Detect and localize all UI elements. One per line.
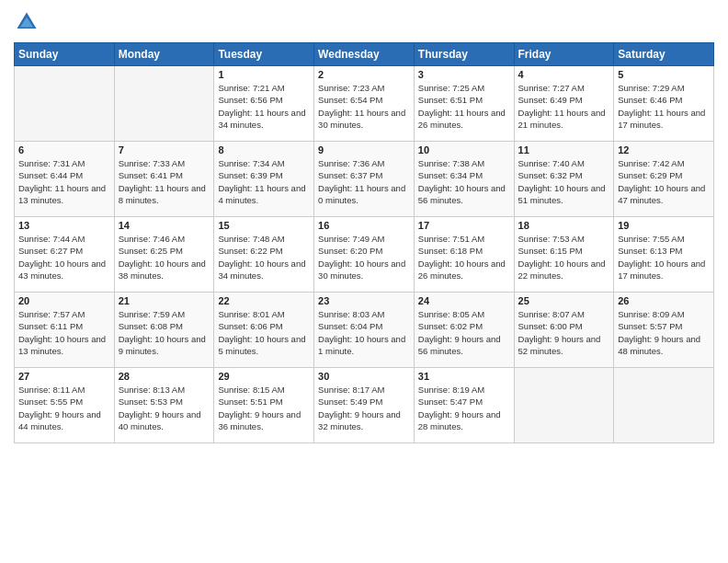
calendar-cell: 19Sunrise: 7:55 AM Sunset: 6:13 PM Dayli… <box>614 217 714 293</box>
calendar-cell: 23Sunrise: 8:03 AM Sunset: 6:04 PM Dayli… <box>314 293 415 368</box>
day-detail: Sunrise: 8:15 AM Sunset: 5:51 PM Dayligh… <box>218 384 310 432</box>
calendar-cell: 9Sunrise: 7:36 AM Sunset: 6:37 PM Daylig… <box>314 142 415 217</box>
day-number: 13 <box>18 220 110 231</box>
day-number: 5 <box>618 69 710 80</box>
day-detail: Sunrise: 8:01 AM Sunset: 6:06 PM Dayligh… <box>218 308 310 357</box>
calendar-cell: 2Sunrise: 7:23 AM Sunset: 6:54 PM Daylig… <box>314 66 415 142</box>
day-detail: Sunrise: 7:34 AM Sunset: 6:39 PM Dayligh… <box>218 157 310 206</box>
calendar-cell: 21Sunrise: 7:59 AM Sunset: 6:08 PM Dayli… <box>114 293 214 368</box>
calendar-cell: 12Sunrise: 7:42 AM Sunset: 6:29 PM Dayli… <box>614 142 714 217</box>
weekday-header-wednesday: Wednesday <box>314 43 415 66</box>
logo <box>14 9 43 35</box>
day-number: 2 <box>318 69 410 80</box>
day-number: 30 <box>318 371 410 382</box>
weekday-header-monday: Monday <box>114 43 214 66</box>
day-detail: Sunrise: 7:49 AM Sunset: 6:20 PM Dayligh… <box>318 233 410 282</box>
day-number: 31 <box>418 371 510 382</box>
calendar-cell: 20Sunrise: 7:57 AM Sunset: 6:11 PM Dayli… <box>15 293 115 368</box>
calendar-cell: 11Sunrise: 7:40 AM Sunset: 6:32 PM Dayli… <box>514 142 614 217</box>
day-detail: Sunrise: 7:51 AM Sunset: 6:18 PM Dayligh… <box>418 233 510 282</box>
calendar-cell: 3Sunrise: 7:25 AM Sunset: 6:51 PM Daylig… <box>414 66 514 142</box>
day-number: 19 <box>618 220 710 231</box>
calendar-cell <box>614 368 714 443</box>
day-number: 29 <box>218 371 310 382</box>
calendar-cell: 24Sunrise: 8:05 AM Sunset: 6:02 PM Dayli… <box>414 293 514 368</box>
day-number: 24 <box>418 295 510 306</box>
day-detail: Sunrise: 7:55 AM Sunset: 6:13 PM Dayligh… <box>618 233 710 282</box>
calendar-cell: 6Sunrise: 7:31 AM Sunset: 6:44 PM Daylig… <box>15 142 115 217</box>
day-number: 26 <box>618 295 710 306</box>
day-detail: Sunrise: 7:42 AM Sunset: 6:29 PM Dayligh… <box>618 157 710 206</box>
day-detail: Sunrise: 7:25 AM Sunset: 6:51 PM Dayligh… <box>418 82 510 131</box>
day-detail: Sunrise: 7:29 AM Sunset: 6:46 PM Dayligh… <box>618 82 710 131</box>
day-number: 9 <box>318 144 410 155</box>
calendar-cell: 10Sunrise: 7:38 AM Sunset: 6:34 PM Dayli… <box>414 142 514 217</box>
day-detail: Sunrise: 7:21 AM Sunset: 6:56 PM Dayligh… <box>218 82 310 131</box>
day-detail: Sunrise: 8:03 AM Sunset: 6:04 PM Dayligh… <box>318 308 410 357</box>
calendar-cell: 17Sunrise: 7:51 AM Sunset: 6:18 PM Dayli… <box>414 217 514 293</box>
week-row-5: 27Sunrise: 8:11 AM Sunset: 5:55 PM Dayli… <box>15 368 714 443</box>
day-detail: Sunrise: 7:53 AM Sunset: 6:15 PM Dayligh… <box>518 233 610 282</box>
week-row-2: 6Sunrise: 7:31 AM Sunset: 6:44 PM Daylig… <box>15 142 714 217</box>
day-number: 11 <box>518 144 610 155</box>
calendar-cell <box>15 66 115 142</box>
day-number: 17 <box>418 220 510 231</box>
day-number: 6 <box>18 144 110 155</box>
weekday-header-saturday: Saturday <box>614 43 714 66</box>
calendar-cell: 16Sunrise: 7:49 AM Sunset: 6:20 PM Dayli… <box>314 217 415 293</box>
calendar-cell: 27Sunrise: 8:11 AM Sunset: 5:55 PM Dayli… <box>15 368 115 443</box>
day-detail: Sunrise: 7:33 AM Sunset: 6:41 PM Dayligh… <box>119 157 210 206</box>
weekday-header-thursday: Thursday <box>414 43 514 66</box>
day-number: 4 <box>518 69 610 80</box>
calendar-cell: 26Sunrise: 8:09 AM Sunset: 5:57 PM Dayli… <box>614 293 714 368</box>
calendar-cell: 4Sunrise: 7:27 AM Sunset: 6:49 PM Daylig… <box>514 66 614 142</box>
week-row-3: 13Sunrise: 7:44 AM Sunset: 6:27 PM Dayli… <box>15 217 714 293</box>
day-detail: Sunrise: 7:57 AM Sunset: 6:11 PM Dayligh… <box>18 308 110 357</box>
day-detail: Sunrise: 7:36 AM Sunset: 6:37 PM Dayligh… <box>318 157 410 206</box>
day-number: 18 <box>518 220 610 231</box>
calendar-cell: 14Sunrise: 7:46 AM Sunset: 6:25 PM Dayli… <box>114 217 214 293</box>
day-number: 10 <box>418 144 510 155</box>
day-detail: Sunrise: 7:23 AM Sunset: 6:54 PM Dayligh… <box>318 82 410 131</box>
calendar-cell <box>514 368 614 443</box>
calendar-cell <box>114 66 214 142</box>
day-detail: Sunrise: 7:40 AM Sunset: 6:32 PM Dayligh… <box>518 157 610 206</box>
day-detail: Sunrise: 8:05 AM Sunset: 6:02 PM Dayligh… <box>418 308 510 357</box>
day-number: 16 <box>318 220 410 231</box>
day-number: 21 <box>119 295 210 306</box>
calendar-cell: 7Sunrise: 7:33 AM Sunset: 6:41 PM Daylig… <box>114 142 214 217</box>
weekday-header-friday: Friday <box>514 43 614 66</box>
calendar-cell: 18Sunrise: 7:53 AM Sunset: 6:15 PM Dayli… <box>514 217 614 293</box>
day-number: 23 <box>318 295 410 306</box>
day-detail: Sunrise: 8:11 AM Sunset: 5:55 PM Dayligh… <box>18 384 110 432</box>
day-number: 12 <box>618 144 710 155</box>
day-detail: Sunrise: 8:13 AM Sunset: 5:53 PM Dayligh… <box>119 384 210 432</box>
page: SundayMondayTuesdayWednesdayThursdayFrid… <box>0 0 728 563</box>
calendar-cell: 25Sunrise: 8:07 AM Sunset: 6:00 PM Dayli… <box>514 293 614 368</box>
calendar-table: SundayMondayTuesdayWednesdayThursdayFrid… <box>14 42 714 443</box>
calendar-cell: 28Sunrise: 8:13 AM Sunset: 5:53 PM Dayli… <box>114 368 214 443</box>
day-detail: Sunrise: 7:31 AM Sunset: 6:44 PM Dayligh… <box>18 157 110 206</box>
day-detail: Sunrise: 7:27 AM Sunset: 6:49 PM Dayligh… <box>518 82 610 131</box>
calendar-cell: 8Sunrise: 7:34 AM Sunset: 6:39 PM Daylig… <box>214 142 314 217</box>
day-detail: Sunrise: 7:44 AM Sunset: 6:27 PM Dayligh… <box>18 233 110 282</box>
day-number: 8 <box>218 144 310 155</box>
day-detail: Sunrise: 7:48 AM Sunset: 6:22 PM Dayligh… <box>218 233 310 282</box>
day-number: 7 <box>119 144 210 155</box>
weekday-row: SundayMondayTuesdayWednesdayThursdayFrid… <box>15 43 714 66</box>
calendar-cell: 1Sunrise: 7:21 AM Sunset: 6:56 PM Daylig… <box>214 66 314 142</box>
day-number: 20 <box>18 295 110 306</box>
day-number: 27 <box>18 371 110 382</box>
day-detail: Sunrise: 7:38 AM Sunset: 6:34 PM Dayligh… <box>418 157 510 206</box>
day-number: 1 <box>218 69 310 80</box>
day-number: 14 <box>119 220 210 231</box>
calendar-header: SundayMondayTuesdayWednesdayThursdayFrid… <box>15 43 714 66</box>
day-detail: Sunrise: 8:07 AM Sunset: 6:00 PM Dayligh… <box>518 308 610 357</box>
calendar-cell: 15Sunrise: 7:48 AM Sunset: 6:22 PM Dayli… <box>214 217 314 293</box>
day-number: 15 <box>218 220 310 231</box>
day-detail: Sunrise: 8:17 AM Sunset: 5:49 PM Dayligh… <box>318 384 410 432</box>
calendar-cell: 30Sunrise: 8:17 AM Sunset: 5:49 PM Dayli… <box>314 368 415 443</box>
week-row-1: 1Sunrise: 7:21 AM Sunset: 6:56 PM Daylig… <box>15 66 714 142</box>
header <box>14 9 714 35</box>
day-number: 28 <box>119 371 210 382</box>
